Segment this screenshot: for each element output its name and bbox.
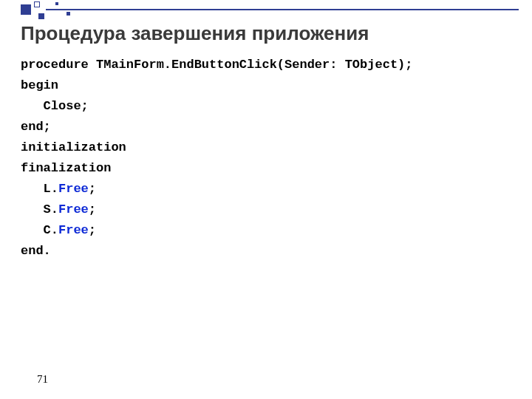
code-line: C.Free;	[21, 220, 413, 241]
code-line: initialization	[21, 137, 413, 158]
code-line: finalization	[21, 158, 413, 179]
code-line: S.Free;	[21, 200, 413, 220]
code-line: end.	[21, 241, 413, 262]
code-line: procedure TMainForm.EndButtonClick(Sende…	[21, 55, 413, 75]
page-number: 71	[37, 373, 48, 386]
code-line: begin	[21, 75, 413, 96]
decoration-top	[0, 0, 532, 21]
code-snippet: procedure TMainForm.EndButtonClick(Sende…	[21, 55, 413, 262]
code-line: L.Free;	[21, 179, 413, 200]
code-line: Close;	[21, 96, 413, 117]
slide-title: Процедура завершения приложения	[21, 22, 369, 45]
code-line: end;	[21, 117, 413, 137]
